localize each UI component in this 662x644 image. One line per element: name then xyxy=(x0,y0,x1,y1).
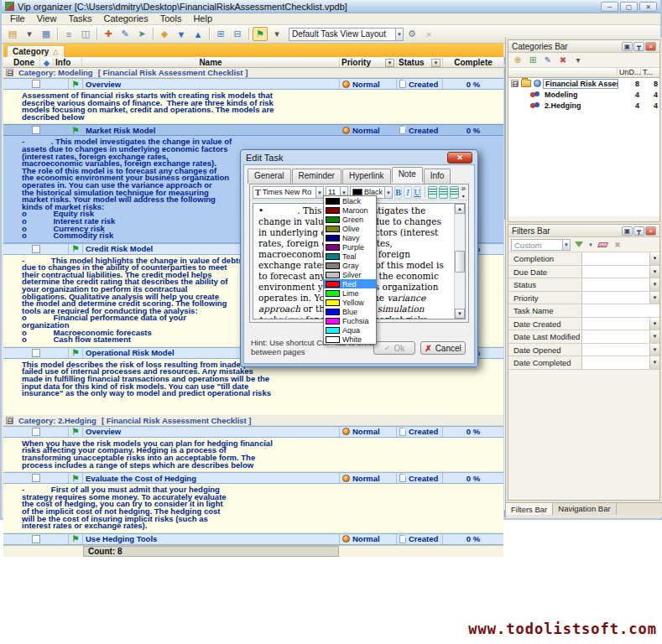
categories-close-icon[interactable]: × xyxy=(645,42,656,51)
new-note-icon[interactable]: ▤ xyxy=(5,27,20,41)
ok-button[interactable]: ✓ Ok xyxy=(373,341,415,355)
done-checkbox[interactable] xyxy=(32,535,40,543)
task-row[interactable]: ⚑OverviewNormalCreated0 % xyxy=(3,426,503,438)
column-header-info[interactable]: Info xyxy=(54,58,82,67)
filter-dropdown-icon[interactable]: ▼ xyxy=(649,318,659,330)
task-status-cell[interactable]: Created xyxy=(397,125,443,135)
filter-preset-dropdown-icon[interactable]: ▼ xyxy=(563,239,571,251)
filters-close-icon[interactable]: × xyxy=(645,226,656,236)
font-family-combo[interactable]: T Times New Ro ▼ xyxy=(253,186,324,199)
collapse-all-icon[interactable]: ⊟ xyxy=(230,27,245,41)
underline-button[interactable]: U xyxy=(414,186,421,199)
color-option-black[interactable]: Black xyxy=(324,196,376,205)
dialog-tab-general[interactable]: General xyxy=(248,169,291,184)
edit-category-icon[interactable]: ✎ xyxy=(541,54,555,66)
note-scrollbar[interactable]: ▲ ▼ xyxy=(454,204,465,319)
filter-value-field[interactable] xyxy=(582,330,649,343)
task-name[interactable]: Overview xyxy=(83,79,340,89)
menu-view[interactable]: View xyxy=(31,13,63,24)
filter-value-field[interactable] xyxy=(582,252,649,265)
filter-dropdown-icon[interactable]: ▼ xyxy=(649,292,659,304)
categories-pin-icon[interactable]: ┳ xyxy=(633,42,644,51)
filter-value-field[interactable] xyxy=(582,344,649,356)
task-status-cell[interactable]: Created xyxy=(397,427,443,437)
done-checkbox[interactable] xyxy=(32,349,40,357)
note-scroll-up-icon[interactable]: ▲ xyxy=(455,204,465,214)
note-scroll-thumb[interactable] xyxy=(455,251,465,273)
color-option-fuchsia[interactable]: Fuchsia xyxy=(324,316,376,325)
more-dropdown-icon[interactable]: ▾ xyxy=(571,54,585,66)
tree-root-row[interactable]: ⊟Financial Risk Assessment Che88 xyxy=(508,78,659,89)
task-row[interactable]: ⚑Use Hedging ToolsNormalCreated0 % xyxy=(3,533,503,545)
move-up-icon[interactable]: ▲ xyxy=(190,27,206,41)
dock-tab-navigation-bar[interactable]: Navigation Bar xyxy=(553,503,616,515)
expand-all-icon[interactable]: ⊞ xyxy=(213,27,228,41)
dialog-tab-reminder[interactable]: Reminder xyxy=(292,169,341,184)
open-list-icon[interactable]: ◆ xyxy=(157,27,172,41)
done-checkbox[interactable] xyxy=(32,126,40,134)
done-checkbox[interactable] xyxy=(32,428,40,436)
filter-value-field[interactable] xyxy=(582,304,659,317)
align-center-button[interactable] xyxy=(439,186,448,199)
category-group-row[interactable]: ⊟Category: Modeling[ Financial Risk Asse… xyxy=(3,68,503,78)
print-preview-icon[interactable]: ◫ xyxy=(78,27,93,41)
filter-value-field[interactable] xyxy=(582,266,649,278)
filter-dropdown-icon[interactable]: ▼ xyxy=(649,344,659,356)
dock-tab-filters-bar[interactable]: Filters Bar xyxy=(506,503,553,515)
color-option-yellow[interactable]: Yellow xyxy=(324,298,376,307)
new-category-icon[interactable]: ⊕ xyxy=(511,54,524,66)
color-option-lime[interactable]: Lime xyxy=(324,288,376,298)
column-header-complete[interactable]: Complete xyxy=(443,58,503,67)
dialog-tab-note[interactable]: Note xyxy=(392,167,423,182)
done-checkbox[interactable] xyxy=(32,474,40,482)
task-status-cell[interactable]: Created xyxy=(397,473,443,483)
task-view-layout-combo[interactable]: Default Task View Layout ▼ xyxy=(289,28,404,41)
menu-file[interactable]: File xyxy=(4,13,31,24)
apply-filter-icon[interactable] xyxy=(572,238,586,251)
filter-preset-value[interactable]: Custom xyxy=(511,239,563,251)
color-option-navy[interactable]: Navy xyxy=(324,233,376,242)
task-priority-cell[interactable]: Normal xyxy=(340,427,397,437)
tree-category-row[interactable]: 2.Hedging44 xyxy=(508,100,659,111)
task-name[interactable]: Evaluate the Cost of Hedging xyxy=(83,473,340,483)
task-row[interactable]: ⚑Evaluate the Cost of HedgingNormalCreat… xyxy=(3,472,503,484)
filter-options-dropdown-icon[interactable]: ▾ xyxy=(587,238,594,251)
align-right-button[interactable] xyxy=(450,186,459,199)
bold-button[interactable]: B xyxy=(394,186,402,199)
filter-value-field[interactable] xyxy=(582,318,649,330)
toolbar-overflow-icon[interactable]: » ▾ xyxy=(461,185,466,200)
collapse-group-icon[interactable]: ⊟ xyxy=(6,417,13,424)
filter-dropdown-icon[interactable]: ▼ xyxy=(649,266,659,278)
collapse-group-icon[interactable]: ⊟ xyxy=(6,69,13,76)
filter-dropdown-icon[interactable]: ▼ xyxy=(649,252,659,265)
align-left-button[interactable] xyxy=(428,186,437,199)
print-icon[interactable]: ≡ xyxy=(61,27,76,41)
menu-tasks[interactable]: Tasks xyxy=(62,13,97,24)
font-color-dropdown-icon[interactable]: ▼ xyxy=(385,186,393,199)
column-header-status[interactable]: Status ▼ xyxy=(397,58,443,67)
delete-category-icon[interactable]: ✖ xyxy=(556,54,570,66)
dialog-tab-info[interactable]: Info xyxy=(424,169,451,184)
filter-value-field[interactable] xyxy=(582,278,649,291)
close-button[interactable]: ✕ xyxy=(639,2,657,12)
color-option-blue[interactable]: Blue xyxy=(324,307,376,316)
task-priority-cell[interactable]: Normal xyxy=(340,79,397,89)
tree-collapse-icon[interactable]: ⊟ xyxy=(511,80,519,87)
clear-filter-icon[interactable] xyxy=(596,238,609,251)
combo-dropdown-icon[interactable]: ▼ xyxy=(396,28,404,41)
customize-toolbar-icon[interactable]: ⚙ xyxy=(404,27,420,41)
menu-help[interactable]: Help xyxy=(187,13,218,24)
view-dropdown-icon[interactable]: ▾ xyxy=(269,27,284,41)
maximize-button[interactable]: ▢ xyxy=(620,2,638,12)
task-row[interactable]: ⚑OverviewNormalCreated0 % xyxy=(3,78,503,90)
add-task-icon[interactable]: ✚ xyxy=(101,27,116,41)
column-header-done[interactable]: Done xyxy=(3,58,40,67)
tree-name-column[interactable] xyxy=(508,68,618,77)
task-name[interactable]: Use Hedging Tools xyxy=(83,534,340,544)
task-priority-cell[interactable]: Normal xyxy=(340,473,397,483)
color-option-gray[interactable]: Gray xyxy=(324,261,376,270)
color-option-aqua[interactable]: Aqua xyxy=(324,325,376,335)
save-icon[interactable]: ▦ xyxy=(39,27,54,41)
color-option-green[interactable]: Green xyxy=(324,215,376,224)
task-status-cell[interactable]: Created xyxy=(397,534,443,544)
